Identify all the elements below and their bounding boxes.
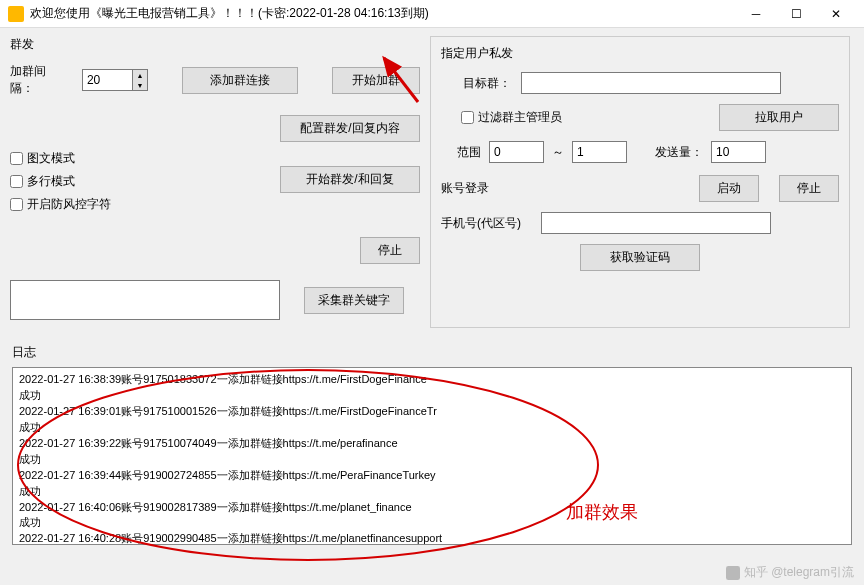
antiwind-checkbox[interactable]: 开启防风控字符: [10, 196, 420, 213]
close-button[interactable]: ✕: [816, 0, 856, 28]
target-group-input[interactable]: [521, 72, 781, 94]
keyword-input[interactable]: [10, 280, 280, 320]
interval-spinner[interactable]: ▲▼: [82, 69, 148, 91]
watermark: 知乎 @telegram引流: [726, 564, 854, 581]
send-qty-label: 发送量：: [655, 144, 703, 161]
stop-button-2[interactable]: 停止: [779, 175, 839, 202]
annotation-text: 加群效果: [566, 500, 638, 524]
minimize-button[interactable]: ─: [736, 0, 776, 28]
main-content: 群发 加群间隔： ▲▼ 添加群连接 开始加群 配置群发/回复内容 图文模式 多行…: [0, 28, 864, 336]
add-group-link-button[interactable]: 添加群连接: [182, 67, 299, 94]
config-content-button[interactable]: 配置群发/回复内容: [280, 115, 420, 142]
bulk-section-title: 群发: [10, 36, 420, 53]
log-title: 日志: [12, 344, 852, 361]
filter-admin-checkbox[interactable]: 过滤群主管理员: [461, 109, 562, 126]
spinner-down-icon[interactable]: ▼: [133, 80, 147, 90]
range-from-input[interactable]: [489, 141, 544, 163]
pull-users-button[interactable]: 拉取用户: [719, 104, 839, 131]
zhihu-icon: [726, 566, 740, 580]
interval-label: 加群间隔：: [10, 63, 68, 97]
maximize-button[interactable]: ☐: [776, 0, 816, 28]
target-group-label: 目标群：: [441, 75, 511, 92]
log-textarea[interactable]: 2022-01-27 16:38:39账号917501833072一添加群链接h…: [12, 367, 852, 545]
interval-input[interactable]: [82, 69, 132, 91]
account-login-label: 账号登录: [441, 180, 501, 197]
range-sep: ～: [552, 144, 564, 161]
send-qty-input[interactable]: [711, 141, 766, 163]
private-section-title: 指定用户私发: [441, 45, 839, 62]
start-send-button[interactable]: 开始群发/和回复: [280, 166, 420, 193]
titlebar: 欢迎您使用《曝光王电报营销工具》！！！(卡密:2022-01-28 04:16:…: [0, 0, 864, 28]
stop-button[interactable]: 停止: [360, 237, 420, 264]
app-icon: [8, 6, 24, 22]
window-title: 欢迎您使用《曝光王电报营销工具》！！！(卡密:2022-01-28 04:16:…: [30, 5, 736, 22]
image-mode-checkbox[interactable]: 图文模式: [10, 150, 420, 167]
range-label: 范围: [441, 144, 481, 161]
range-to-input[interactable]: [572, 141, 627, 163]
phone-label: 手机号(代区号): [441, 215, 531, 232]
private-send-panel: 指定用户私发 目标群： 过滤群主管理员 拉取用户 范围 ～ 发送量： 账号登录 …: [430, 36, 850, 328]
collect-keyword-button[interactable]: 采集群关键字: [304, 287, 404, 314]
svg-rect-2: [726, 566, 740, 580]
phone-input[interactable]: [541, 212, 771, 234]
start-button[interactable]: 启动: [699, 175, 759, 202]
bulk-send-panel: 群发 加群间隔： ▲▼ 添加群连接 开始加群 配置群发/回复内容 图文模式 多行…: [10, 36, 420, 328]
log-section: 日志 2022-01-27 16:38:39账号917501833072一添加群…: [0, 336, 864, 553]
spinner-up-icon[interactable]: ▲: [133, 70, 147, 80]
start-join-button[interactable]: 开始加群: [332, 67, 420, 94]
get-verify-code-button[interactable]: 获取验证码: [580, 244, 700, 271]
